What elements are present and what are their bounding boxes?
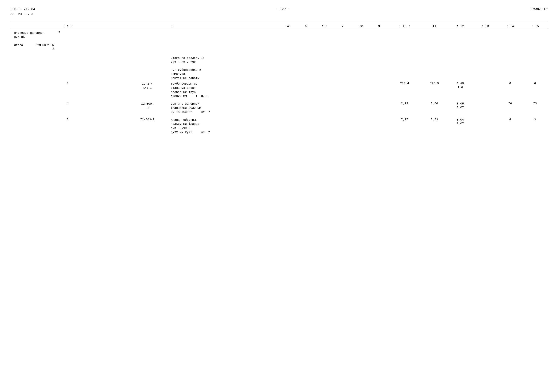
- row3-c7: [334, 81, 352, 99]
- itogo-c4: [24, 43, 25, 44]
- itogo-frac-top: 5: [52, 43, 54, 47]
- row3-c13: [473, 81, 497, 99]
- itogo-section-text: Итого по разделу I:229 + 63 = 292: [170, 55, 279, 65]
- row4-c8: [352, 101, 370, 115]
- col-header-10: : IO :: [388, 24, 421, 29]
- row4-c10: 2,23: [388, 101, 421, 115]
- section2-text: П. Трубопроводы иарматура.Монтажные рабо…: [170, 67, 279, 81]
- plan-accum-c13: 5: [58, 30, 61, 35]
- header-book-info: Ал. УШ кн. 2: [10, 12, 35, 17]
- itogo-c6: [26, 43, 28, 44]
- row3-desc: Трубопроводы изстальных элект-росварных …: [170, 81, 279, 99]
- itogo-c13: 63: [42, 43, 46, 48]
- col-header-6: :6:: [315, 24, 334, 29]
- col-header-13: : I3: [473, 24, 497, 29]
- plan-accum-c11: [55, 30, 56, 32]
- row3-c4: [279, 81, 297, 99]
- col-header-15: : I5: [523, 24, 548, 29]
- col-header-1: I : 2: [10, 24, 125, 29]
- itogo-row: Итого 229 63 2I 5 2: [10, 42, 125, 53]
- itogo-c9: [31, 43, 32, 44]
- row5-c10: I,77: [388, 117, 421, 135]
- col-header-14: : I4: [498, 24, 523, 29]
- col-header-3: 3: [170, 24, 279, 29]
- row4-c12-top: 0,05: [457, 102, 464, 106]
- row3-c10: 2I3,4: [388, 81, 421, 99]
- plan-accum-c6: [48, 30, 49, 32]
- page-header: 903-I- 212.84 Ал. УШ кн. 2 - 177 - 19452…: [10, 7, 548, 17]
- row4-c5: [297, 101, 315, 115]
- row5-c7: [334, 117, 352, 135]
- row5-c13: [473, 117, 497, 135]
- top-divider: [10, 22, 548, 22]
- plan-accum-c15: [62, 30, 64, 32]
- plan-accum-row: Плановые накопле-ния 8% 5: [10, 29, 125, 42]
- row4-stacked: 0,05 0,0I: [448, 102, 472, 109]
- row5-c11: I,53: [421, 117, 448, 135]
- plan-accum-c4: [45, 30, 46, 32]
- itogo-sec-c2: [125, 55, 170, 65]
- col-header-7: 7: [334, 24, 352, 29]
- row4-c12-bot: 0,0I: [457, 106, 464, 109]
- header-doc-number: 903-I- 212.84: [10, 7, 35, 12]
- row5-c8: [352, 117, 370, 135]
- itogo-c11: [33, 43, 35, 44]
- col-header-8: :8:: [352, 24, 370, 29]
- col-header-4: :4:: [279, 24, 297, 29]
- row3-c11: I96,9: [421, 81, 448, 99]
- itogo-sec-c1: [10, 55, 125, 65]
- col-header-11: II: [421, 24, 448, 29]
- row4-c14: I6: [498, 101, 523, 115]
- row5-c2: I2-803-I: [125, 117, 170, 135]
- sec2-c1: [10, 67, 125, 81]
- main-table: I : 2 3 :4: 5 :6: 7 :8: 9 : IO : II : I2…: [10, 24, 548, 135]
- spacer-row-3: [10, 99, 548, 101]
- row3-c6: [315, 81, 334, 99]
- itogo-c7: [28, 43, 29, 44]
- itogo-c8: [29, 43, 31, 44]
- itogo-label: Итого: [13, 43, 24, 48]
- row5-c1: 5: [10, 117, 125, 135]
- row-4: 4 I2-800--2 Вентиль запорныйфланцевый Ду…: [10, 101, 548, 115]
- itogo-c10: [32, 43, 33, 44]
- row4-c2: I2-800--2: [125, 101, 170, 115]
- row-3: 3 I2-2-4K=I,I Трубопроводы изстальных эл…: [10, 81, 548, 99]
- row5-c15: 3: [523, 117, 548, 135]
- spacer-row-1: [10, 53, 548, 55]
- row3-c9: [370, 81, 388, 99]
- plan-accum-c7: [49, 30, 51, 32]
- plan-accum-c14: [61, 30, 62, 32]
- row5-c5: [297, 117, 315, 135]
- plan-accum-c8: [51, 30, 52, 32]
- row5-c6: [315, 117, 334, 135]
- row5-c12-top: 0,04: [457, 118, 464, 122]
- itogo-sec-rest: [279, 55, 548, 65]
- row-5: 5 I2-803-I Клапан обратныйподъемный флан…: [10, 117, 548, 135]
- row5-c14: 4: [498, 117, 523, 135]
- itogo-col2: [12, 43, 13, 44]
- itogo-c15: 5 2: [52, 43, 55, 51]
- header-left: 903-I- 212.84 Ал. УШ кн. 2: [10, 7, 35, 17]
- row3-c5: [297, 81, 315, 99]
- row5-c9: [370, 117, 388, 135]
- row3-c2: I2-2-4K=I,I: [125, 81, 170, 99]
- row4-c9: [370, 101, 388, 115]
- row3-c12: 5,85 I,6: [448, 81, 473, 99]
- itogo-section-row: Итого по разделу I:229 + 63 = 292: [10, 55, 548, 65]
- itogo-fraction: 5 2: [52, 43, 54, 50]
- sec2-rest: [279, 67, 548, 81]
- row4-desc: Вентиль запорныйфланцевый Ду32 ммРу I6 I…: [170, 101, 279, 115]
- plan-accum-c5: [46, 30, 48, 32]
- col-header-9: 9: [370, 24, 388, 29]
- spacer-row-2: [10, 65, 548, 67]
- itogo-c12: 229: [35, 43, 42, 48]
- row5-c12-bot: 0,0I: [457, 122, 464, 125]
- plan-accum-col1: [10, 30, 12, 32]
- col-header-2: [125, 24, 170, 29]
- row3-c12-top: 5,85: [457, 82, 464, 86]
- row4-c6: [315, 101, 334, 115]
- header-doc-id: 19452-10: [531, 7, 548, 11]
- row4-c15: I3: [523, 101, 548, 115]
- itogo-col1: [10, 43, 12, 44]
- row5-c4: [279, 117, 297, 135]
